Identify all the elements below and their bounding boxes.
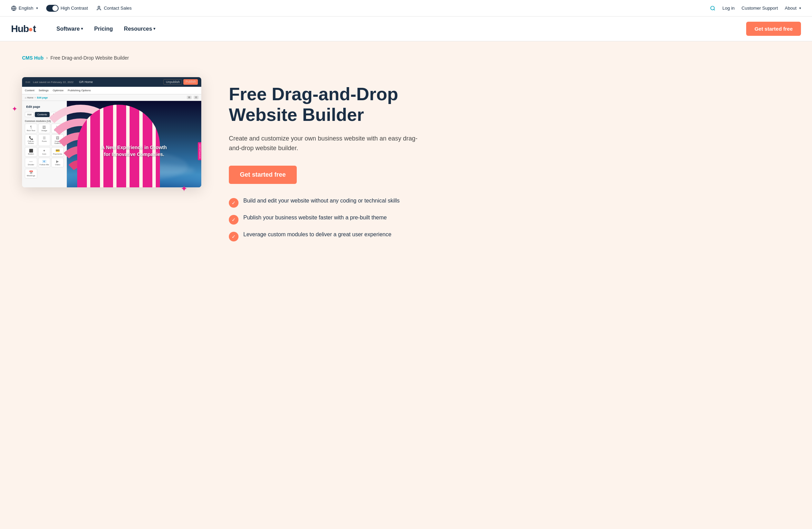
login-link[interactable]: Log in <box>722 6 734 11</box>
language-label: English <box>19 6 33 11</box>
module-richtext: ¶Rich Text <box>25 124 37 133</box>
screenshot-tab-content: Content <box>25 89 34 92</box>
nav-resources[interactable]: Resources ▾ <box>120 23 160 35</box>
breadcrumb-separator: › <box>46 55 48 60</box>
svg-line-4 <box>714 9 715 10</box>
breadcrumb-current-page: Free Drag-and-Drop Website Builder <box>50 55 129 61</box>
module-cta: 📞Call-to-Action <box>25 134 37 146</box>
screenshot-actions: Unpublish Publish <box>163 79 198 85</box>
about-chevron: ▾ <box>799 6 801 10</box>
feature-label-2: Publish your business website faster wit… <box>243 215 387 221</box>
check-icon-2: ✓ <box>229 215 238 225</box>
svg-point-2 <box>98 6 100 8</box>
nav-get-started-button[interactable]: Get started free <box>746 22 801 36</box>
tab-add: Add <box>25 112 34 117</box>
hero-title-line2: Website Builder <box>229 105 364 125</box>
screenshot-nav-label: Edit <box>26 81 30 84</box>
contact-sales-label: Contact Sales <box>104 6 132 11</box>
customer-support-link[interactable]: Customer Support <box>742 6 778 11</box>
software-nav-label: Software <box>57 26 80 32</box>
module-divider: —Divider <box>25 158 37 167</box>
hero-title-line1: Free Drag-and-Drop <box>229 84 398 104</box>
high-contrast-label: High Contrast <box>61 6 88 11</box>
hero-get-started-button[interactable]: Get started free <box>229 166 297 184</box>
language-selector[interactable]: English ▾ <box>11 6 38 11</box>
hero-content: ✦ ✦ Edit Last saved on February 22, 2022… <box>22 77 436 241</box>
hero-right-panel: Free Drag-and-Drop Website Builder Creat… <box>229 77 436 241</box>
screenshot-publish-btn: Publish <box>183 79 198 85</box>
module-meetings: 📅Meetings <box>25 169 37 178</box>
feature-item-2: ✓ Publish your business website faster w… <box>229 215 436 225</box>
hero-section: CMS Hub › Free Drag-and-Drop Website Bui… <box>0 41 812 529</box>
feature-label-1: Build and edit your website without any … <box>243 198 400 204</box>
sparkle-decoration-3: ✦ <box>181 184 187 194</box>
feature-label-3: Leverage custom modules to deliver a gre… <box>243 231 392 238</box>
check-icon-1: ✓ <box>229 198 238 208</box>
hero-left-panel: ✦ ✦ Edit Last saved on February 22, 2022… <box>22 77 201 187</box>
about-label: About <box>785 6 796 11</box>
feature-item-3: ✓ Leverage custom modules to deliver a g… <box>229 231 436 241</box>
screenshot-save-label: Last saved on February 22, 2022 <box>33 81 73 84</box>
language-chevron: ▾ <box>36 6 38 10</box>
search-button[interactable] <box>710 6 715 11</box>
screenshot-unpublish-btn: Unpublish <box>163 79 182 85</box>
screenshot-badge: GROWTHHACK <box>198 142 201 160</box>
sparkle-decoration-1: ✦ <box>12 105 18 113</box>
nav-links: Software ▾ Pricing Resources ▾ <box>52 23 746 35</box>
software-chevron: ▾ <box>81 27 83 31</box>
logo-dot <box>29 28 32 31</box>
feature-list: ✓ Build and edit your website without an… <box>229 198 436 241</box>
hero-title: Free Drag-and-Drop Website Builder <box>229 84 436 125</box>
pricing-nav-label: Pricing <box>94 26 113 32</box>
resources-nav-label: Resources <box>124 26 152 32</box>
contact-sales-link[interactable]: Contact Sales <box>96 6 132 11</box>
utility-right: Log in Customer Support About ▾ <box>710 6 801 11</box>
screenshot-headline-line1: A New Experience in Growth <box>101 145 167 150</box>
utility-bar: English ▾ High Contrast Contact Sales Lo… <box>0 0 812 17</box>
screenshot-headline: A New Experience in Growth for Innovativ… <box>101 144 167 158</box>
svg-point-3 <box>711 6 714 10</box>
module-button: ⬛Button <box>25 147 37 157</box>
breadcrumb: CMS Hub › Free Drag-and-Drop Website Bui… <box>22 55 790 61</box>
nav-software[interactable]: Software ▾ <box>52 23 88 35</box>
breadcrumb-parent-link[interactable]: CMS Hub <box>22 55 43 61</box>
about-dropdown[interactable]: About ▾ <box>785 6 801 11</box>
feature-item-1: ✓ Build and edit your website without an… <box>229 198 436 208</box>
screenshot-headline-line2: for Innovative Companies. <box>104 152 164 157</box>
high-contrast-toggle[interactable]: High Contrast <box>46 5 88 12</box>
contrast-switch[interactable] <box>46 5 59 12</box>
resources-chevron: ▾ <box>153 27 155 31</box>
person-icon <box>96 6 102 11</box>
utility-left: English ▾ High Contrast Contact Sales <box>11 5 132 12</box>
hero-description: Create and customize your own business w… <box>229 134 422 154</box>
hubspot-logo[interactable]: Hubt <box>11 23 36 34</box>
contrast-knob <box>52 6 58 11</box>
search-icon <box>710 6 715 11</box>
screenshot-top-bar: Edit Last saved on February 22, 2022 GR … <box>22 77 201 87</box>
main-navigation: Hubt Software ▾ Pricing Resources ▾ Get … <box>0 17 812 41</box>
check-icon-3: ✓ <box>229 232 238 241</box>
globe-icon <box>11 6 17 11</box>
nav-pricing[interactable]: Pricing <box>90 23 117 35</box>
logo-text: Hubt <box>11 23 36 34</box>
screenshot-page-title: GR Home <box>79 80 93 84</box>
